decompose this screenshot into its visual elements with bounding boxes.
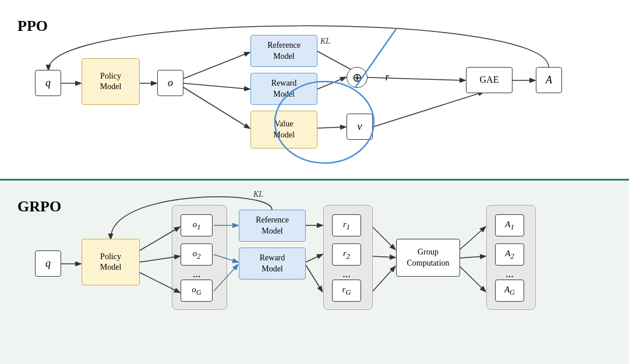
svg-line-6 <box>317 77 345 89</box>
ppo-section: PPO KL q <box>0 0 629 181</box>
svg-line-27 <box>460 227 485 249</box>
svg-line-29 <box>460 267 485 291</box>
svg-line-9 <box>373 92 483 127</box>
grpo-policy-model-box: Policy Model <box>82 239 140 285</box>
ppo-label: PPO <box>17 17 48 35</box>
svg-line-25 <box>373 256 395 257</box>
ppo-reference-model-box: Reference Model <box>250 35 317 67</box>
grpo-o1-box: o1 <box>181 214 213 236</box>
grpo-r2-box: r2 <box>332 243 361 266</box>
grpo-rg-box: rG <box>332 280 361 302</box>
ppo-gae-box: GAE <box>466 67 513 93</box>
grpo-r1-box: r1 <box>332 214 361 236</box>
grpo-reference-model-box: Reference Model <box>239 210 306 242</box>
grpo-o2-box: o2 <box>181 243 213 266</box>
ppo-reward-model-box: Reward Model <box>250 73 317 105</box>
ppo-sum-box: ⊕ <box>347 67 367 88</box>
svg-text:KL: KL <box>253 190 263 199</box>
grpo-group-computation-box: Group Computation <box>396 239 460 277</box>
grpo-og-box: oG <box>181 280 213 302</box>
svg-text:KL: KL <box>320 37 330 45</box>
grpo-a1-box: A1 <box>495 214 524 236</box>
svg-line-28 <box>460 256 485 258</box>
ppo-policy-model-box: Policy Model <box>82 58 140 105</box>
grpo-a2-box: A2 <box>495 243 524 266</box>
svg-line-8 <box>317 127 345 128</box>
svg-line-4 <box>183 87 249 128</box>
svg-line-23 <box>306 265 322 291</box>
grpo-q-box: q <box>35 250 61 277</box>
ppo-a-box: A <box>536 67 562 93</box>
svg-line-26 <box>373 267 395 291</box>
grpo-reward-model-box: Reward Model <box>239 248 306 280</box>
svg-line-24 <box>373 227 395 249</box>
ppo-o-box: o <box>157 70 183 96</box>
ppo-r-box: r <box>379 69 396 86</box>
grpo-section: GRPO <box>0 181 629 364</box>
svg-line-3 <box>183 83 249 89</box>
grpo-label: GRPO <box>17 198 61 215</box>
svg-line-22 <box>306 255 322 262</box>
ppo-v-box: v <box>347 114 373 140</box>
ppo-value-model-box: Value Model <box>250 111 317 149</box>
grpo-ag-box: AG <box>495 280 524 302</box>
svg-line-2 <box>183 52 249 79</box>
ppo-q-box: q <box>35 70 61 96</box>
